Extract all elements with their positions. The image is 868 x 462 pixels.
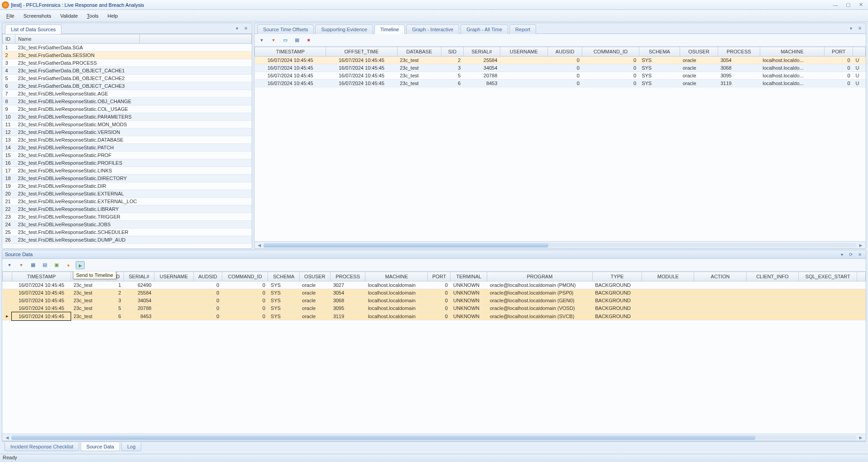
source-col-schema[interactable]: SCHEMA xyxy=(268,272,299,281)
table-icon[interactable] xyxy=(293,36,302,45)
bottom-tab-incident-response-checklist[interactable]: Incident Response Checklist xyxy=(5,443,79,451)
source-col-action[interactable]: ACTION xyxy=(694,272,746,281)
timeline-row[interactable]: 16/07/2024 10:45:4516/07/2024 10:45:4523… xyxy=(255,57,866,64)
source-row[interactable]: ▸16/07/2024 10:45:4523c_test6845300SYSor… xyxy=(3,312,866,320)
timeline-col-serial-[interactable]: SERIAL# xyxy=(463,47,500,57)
tab-timeline[interactable]: Timeline xyxy=(374,24,405,34)
filter-icon[interactable] xyxy=(5,261,14,270)
tab-list-of-data-sources[interactable]: List of Data Sources xyxy=(5,24,62,34)
source-row[interactable]: 16/07/2024 10:45:4523c_test33405400SYSor… xyxy=(3,297,866,305)
source-col-client-info[interactable]: CLIENT_INFO xyxy=(746,272,798,281)
timeline-col-port[interactable]: PORT xyxy=(825,47,853,57)
send-to-timeline-button[interactable] xyxy=(76,261,85,269)
timeline-row[interactable]: 16/07/2024 10:45:4516/07/2024 10:45:4523… xyxy=(255,72,866,80)
datasource-row[interactable]: 323c_test.FrsGatherData.PROCESS xyxy=(3,59,252,67)
close-panel-icon[interactable]: ✕ xyxy=(857,251,863,257)
timeline-col-username[interactable]: USERNAME xyxy=(500,47,547,57)
source-col-sql-exec-start[interactable]: SQL_EXEC_START xyxy=(799,272,857,281)
col-id[interactable]: ID xyxy=(3,34,15,44)
datasource-row[interactable]: 1323c_test.FrsDBLiveResponseStatic.DATAB… xyxy=(3,136,252,144)
datasource-row[interactable]: 2423c_test.FrsDBLiveResponseStatic.JOBS xyxy=(3,221,252,229)
dropdown-icon[interactable]: ▾ xyxy=(848,25,854,31)
datasource-row[interactable]: 2023c_test.FrsDBLiveResponseStatic.EXTER… xyxy=(3,190,252,198)
timeline-col-command-id[interactable]: COMMAND_ID xyxy=(582,47,639,57)
dropdown-icon[interactable]: ▾ xyxy=(839,251,845,257)
datasource-row[interactable]: 923c_test.FrsDBLiveResponseStatic.COL_US… xyxy=(3,105,252,113)
dropdown-icon[interactable]: ▾ xyxy=(234,25,240,31)
timeline-col-audsid[interactable]: AUDSID xyxy=(547,47,582,57)
datasource-row[interactable]: 1123c_test.FrsDBLiveResponseStatic.MON_M… xyxy=(3,121,252,129)
datasource-row[interactable]: 423c_test.FrsGatherData.DB_OBJECT_CACHE1 xyxy=(3,67,252,75)
tab-graph-interactive[interactable]: Graph - Interactive xyxy=(406,24,459,34)
datasource-row[interactable]: 223c_test.FrsGatherData.SESSION xyxy=(3,52,252,59)
source-col-type[interactable]: TYPE xyxy=(592,272,642,281)
source-col-machine[interactable]: MACHINE xyxy=(365,272,428,281)
close-button[interactable]: ✕ xyxy=(855,1,866,9)
delete-icon[interactable] xyxy=(304,36,313,45)
source-col-program[interactable]: PROGRAM xyxy=(487,272,593,281)
timeline-col-schema[interactable]: SCHEMA xyxy=(639,47,680,57)
datasource-row[interactable]: 1723c_test.FrsDBLiveResponseStatic.LINKS xyxy=(3,167,252,175)
source-col-command-id[interactable]: COMMAND_ID xyxy=(222,272,268,281)
source-col-process[interactable]: PROCESS xyxy=(331,272,365,281)
timeline-col-process[interactable]: PROCESS xyxy=(718,47,760,57)
record-icon[interactable] xyxy=(64,261,73,270)
view-list-icon[interactable] xyxy=(29,261,38,270)
timeline-row[interactable]: 16/07/2024 10:45:4516/07/2024 10:45:4523… xyxy=(255,64,866,72)
bottom-tab-log[interactable]: Log xyxy=(121,443,141,451)
view-grid-icon[interactable] xyxy=(40,261,49,270)
menu-tools[interactable]: Tools xyxy=(82,11,103,20)
datasource-row[interactable]: 1223c_test.FrsDBLiveResponseStatic.VERSI… xyxy=(3,129,252,136)
datasource-row[interactable]: 1023c_test.FrsDBLiveResponseStatic.PARAM… xyxy=(3,113,252,121)
datasource-row[interactable]: 1823c_test.FrsDBLiveResponseStatic.DIREC… xyxy=(3,175,252,182)
filter-icon[interactable] xyxy=(257,36,266,45)
datasource-row[interactable]: 2323c_test.FrsDBLiveResponseStatic.TRIGG… xyxy=(3,213,252,221)
source-col-port[interactable]: PORT xyxy=(428,272,451,281)
source-row[interactable]: 16/07/2024 10:45:4523c_test16249000SYSor… xyxy=(3,281,866,289)
col-name[interactable]: Name xyxy=(15,34,140,44)
source-col-module[interactable]: MODULE xyxy=(642,272,694,281)
datasource-row[interactable]: 823c_test.FrsDBLiveResponseStatic.OBJ_CH… xyxy=(3,98,252,105)
tab-source-time-offsets[interactable]: Source Time Offsets xyxy=(257,24,314,34)
source-row[interactable]: 16/07/2024 10:45:4523c_test52078800SYSor… xyxy=(3,305,866,312)
source-col-audsid[interactable]: AUDSID xyxy=(193,272,222,281)
source-col-timestamp[interactable]: TIMESTAMP xyxy=(12,272,71,281)
datasource-row[interactable]: 2223c_test.FrsDBLiveResponseStatic.LIBRA… xyxy=(3,205,252,213)
tab-report[interactable]: Report xyxy=(509,24,536,34)
view-table-icon[interactable] xyxy=(52,261,61,270)
close-panel-icon[interactable]: ✕ xyxy=(243,25,249,31)
columns-icon[interactable] xyxy=(281,36,290,45)
source-col-osuser[interactable]: OSUSER xyxy=(299,272,331,281)
menu-help[interactable]: Help xyxy=(103,11,123,20)
datasource-row[interactable]: 1523c_test.FrsDBLiveResponseStatic.PROF xyxy=(3,152,252,159)
close-panel-icon[interactable]: ✕ xyxy=(857,25,863,31)
datasource-row[interactable]: 1623c_test.FrsDBLiveResponseStatic.PROFI… xyxy=(3,159,252,167)
datasources-grid[interactable]: ID Name 123c_test.FrsGatherData.SGA223c_… xyxy=(2,34,252,248)
menu-validate[interactable]: Validate xyxy=(56,11,82,20)
source-data-hscroll[interactable]: ◄ ► xyxy=(2,433,866,441)
timeline-hscroll[interactable]: ◄ ► xyxy=(254,241,866,248)
timeline-grid[interactable]: TIMESTAMPOFFSET_TIMEDATABASESIDSERIAL#US… xyxy=(254,47,866,241)
pin-icon[interactable]: ⟳ xyxy=(848,251,854,257)
source-row[interactable]: 16/07/2024 10:45:4523c_test22558400SYSor… xyxy=(3,289,866,297)
source-col-row-indicator[interactable] xyxy=(857,272,866,281)
timeline-col-sid[interactable]: SID xyxy=(441,47,464,57)
datasource-row[interactable]: 523c_test.FrsGatherData.DB_OBJECT_CACHE2 xyxy=(3,75,252,82)
timeline-col-database[interactable]: DATABASE xyxy=(397,47,441,57)
source-col-terminal[interactable]: TERMINAL xyxy=(451,272,487,281)
timeline-col-timestamp[interactable]: TIMESTAMP xyxy=(255,47,326,57)
clear-filter-icon[interactable] xyxy=(269,36,278,45)
source-col-serial-[interactable]: SERIAL# xyxy=(124,272,154,281)
menu-file[interactable]: File xyxy=(2,11,19,20)
maximize-button[interactable]: ▢ xyxy=(843,1,854,9)
timeline-col-extra[interactable] xyxy=(853,47,866,57)
datasource-row[interactable]: 723c_test.FrsDBLiveResponseStatic.AGE xyxy=(3,90,252,98)
timeline-col-offset-time[interactable]: OFFSET_TIME xyxy=(326,47,397,57)
timeline-col-osuser[interactable]: OSUSER xyxy=(680,47,718,57)
datasource-row[interactable]: 2523c_test.FrsDBLiveResponseStatic.SCHED… xyxy=(3,229,252,236)
source-col-username[interactable]: USERNAME xyxy=(154,272,193,281)
clear-filter-icon[interactable] xyxy=(17,261,26,270)
datasource-row[interactable]: 623c_test.FrsGatherData.DB_OBJECT_CACHE3 xyxy=(3,82,252,90)
minimize-button[interactable]: — xyxy=(830,1,841,9)
source-data-grid[interactable]: TIMESTAMPDATABASESIDSERIAL#USERNAMEAUDSI… xyxy=(2,271,866,433)
